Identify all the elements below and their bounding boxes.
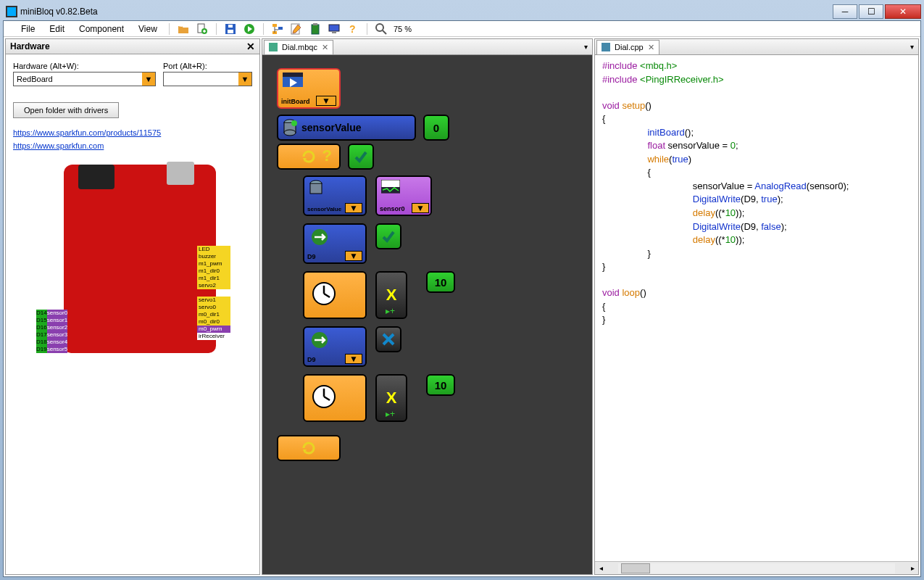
block-dropdown-icon[interactable]: ▼	[345, 203, 362, 213]
menu-file[interactable]: File	[15, 22, 41, 36]
port-label: Port (Alt+R):	[163, 62, 252, 70]
block-loop-end[interactable]	[277, 435, 341, 461]
monitor-icon[interactable]	[326, 21, 342, 37]
svg-rect-13	[332, 32, 336, 33]
tab-dropdown-icon[interactable]: ▾	[907, 43, 917, 51]
open-drivers-button[interactable]: Open folder with drivers	[13, 102, 119, 118]
pin-d15: D15	[36, 317, 47, 324]
block-multiply-1[interactable]: X ▸+	[375, 271, 407, 319]
block-bool-true[interactable]	[375, 223, 401, 249]
svg-point-21	[284, 130, 296, 136]
block-initboard-label: initBoard	[281, 98, 310, 105]
pin-d14: D14	[36, 310, 47, 317]
block-multiply-2[interactable]: X ▸+	[375, 374, 407, 422]
pin-servo2: servo2	[197, 282, 230, 289]
block-delay-1[interactable]	[303, 271, 367, 319]
block-canvas[interactable]: initBoard ▼ sensorValue 0 ?	[262, 55, 592, 574]
block-true[interactable]	[348, 144, 374, 170]
block-digitalwrite-d9-true[interactable]: D9 ▼	[303, 223, 367, 264]
tab-dropdown-icon[interactable]: ▾	[581, 43, 591, 51]
block-bool-false[interactable]	[375, 326, 401, 352]
hardware-label: Hardware (Alt+W):	[13, 62, 156, 70]
menu-component[interactable]: Component	[73, 22, 130, 36]
block-digitalwrite-d9-false[interactable]: D9 ▼	[303, 326, 367, 367]
svg-rect-4	[228, 25, 233, 28]
hardware-value: RedBoard	[17, 75, 53, 83]
pin-m0dir1: m0_dir1	[197, 311, 230, 318]
code-panel: Dial.cpp ✕ ▾ #include <mbq.h> #include <…	[594, 38, 919, 575]
block-value-zero[interactable]: 0	[423, 115, 449, 141]
block-editor-panel: Dial.mbqc ✕ ▾ initBoard ▼ sensor	[262, 38, 593, 575]
pin-d17: D17	[36, 331, 47, 339]
pin-m1dir1: m1_dir1	[197, 275, 230, 282]
tab-close-icon[interactable]: ✕	[322, 43, 328, 52]
sparkfun-link[interactable]: https://www.sparkfun.com	[13, 141, 252, 150]
menubar: File Edit Component View ? 75 %	[4, 21, 920, 37]
block-value-10b[interactable]: 10	[426, 374, 455, 396]
block-x-label: X	[386, 286, 397, 304]
hardware-select[interactable]: RedBoard ▼	[13, 72, 156, 86]
port-select[interactable]: ▼	[163, 72, 252, 86]
svg-rect-6	[272, 24, 277, 27]
pin-m1pwm: m1_pwm	[197, 260, 230, 268]
block-sensor0[interactable]: sensor0 ▼	[375, 175, 432, 216]
tab-cpp[interactable]: Dial.cpp ✕	[596, 40, 659, 54]
edit-icon[interactable]	[288, 21, 304, 37]
zoom-label[interactable]: 75 %	[394, 25, 412, 33]
panel-close-button[interactable]: ✕	[246, 41, 255, 52]
window-minimize-button[interactable]: ─	[833, 4, 857, 19]
pin-d16: D16	[36, 324, 47, 331]
block-dropdown-icon[interactable]: ▼	[412, 203, 429, 213]
block-while[interactable]: ?	[277, 144, 341, 170]
pin-servo0: servo0	[197, 304, 230, 311]
block-initboard[interactable]: initBoard ▼	[277, 68, 341, 109]
save-icon[interactable]	[222, 21, 238, 37]
pin-servo1: servo1	[197, 297, 230, 304]
tab-label: Dial.mbqc	[282, 43, 317, 51]
add-file-icon[interactable]	[194, 21, 210, 37]
menu-view[interactable]: View	[133, 22, 163, 36]
pin-m0dir0: m0_dir0	[197, 318, 230, 326]
pin-m0pwm: m0_pwm	[197, 326, 230, 333]
svg-rect-7	[278, 27, 283, 30]
pin-sensor1: sensor1	[47, 317, 67, 324]
help-icon[interactable]: ?	[345, 21, 361, 37]
hardware-panel: Hardware ✕ Hardware (Alt+W): RedBoard ▼	[5, 38, 260, 575]
file-icon	[269, 43, 278, 51]
open-icon[interactable]	[175, 21, 191, 37]
svg-rect-3	[228, 30, 233, 33]
pin-buzzer: buzzer	[197, 253, 230, 260]
pin-m1dir0: m1_dir0	[197, 268, 230, 275]
menu-edit[interactable]: Edit	[43, 22, 70, 36]
tab-mbqc[interactable]: Dial.mbqc ✕	[264, 40, 333, 54]
zoom-icon[interactable]	[373, 21, 389, 37]
sparkfun-product-link[interactable]: https://www.sparkfun.com/products/11575	[13, 128, 252, 137]
window-title: miniBloq v0.82.Beta	[20, 7, 98, 17]
tab-close-icon[interactable]: ✕	[648, 43, 654, 52]
block-dropdown-icon[interactable]: ▼	[316, 96, 336, 106]
pin-sensor5: sensor5	[47, 346, 67, 353]
run-icon[interactable]	[241, 21, 257, 37]
block-var-label: sensorValue	[301, 122, 362, 133]
tree-icon[interactable]	[270, 21, 286, 37]
tab-cpp-label: Dial.cpp	[615, 43, 644, 51]
block-sensor0-label: sensor0	[380, 205, 405, 212]
app-icon	[6, 6, 17, 17]
code-area[interactable]: #include <mbq.h> #include <PingIRReceive…	[595, 55, 918, 561]
window-maximize-button[interactable]: ☐	[859, 4, 883, 19]
block-assign-sensorvalue[interactable]: sensorValue ▼	[303, 175, 367, 216]
pin-led: LED	[197, 246, 230, 253]
block-dropdown-icon[interactable]: ▼	[345, 251, 362, 261]
block-var-sensorvalue[interactable]: sensorValue	[277, 115, 416, 141]
block-delay-2[interactable]	[303, 374, 367, 422]
svg-rect-10	[312, 25, 319, 34]
block-dropdown-icon[interactable]: ▼	[345, 354, 362, 364]
svg-rect-25	[310, 183, 322, 194]
horizontal-scrollbar[interactable]: ◂▸	[595, 561, 918, 574]
panel-title: Hardware	[10, 41, 50, 51]
window-close-button[interactable]: ✕	[885, 4, 921, 19]
clipboard-icon[interactable]	[307, 21, 323, 37]
pin-d19: D19	[36, 346, 47, 353]
block-value-10a[interactable]: 10	[426, 271, 455, 293]
block-xb-label: X	[386, 389, 397, 407]
